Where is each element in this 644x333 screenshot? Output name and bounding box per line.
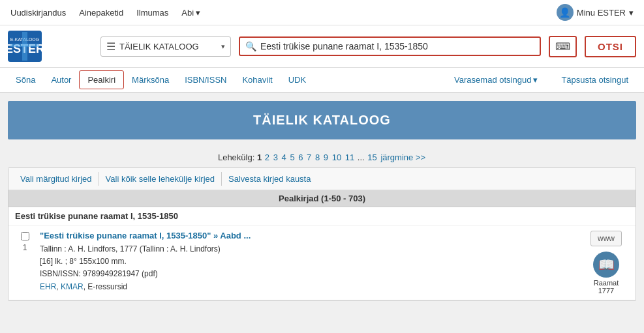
pagination-page-10[interactable]: 10 [332, 152, 341, 162]
chevron-down-icon: ▾ [533, 75, 538, 85]
search-input[interactable] [260, 41, 534, 51]
pagination-next[interactable]: järgmine >> [380, 152, 425, 162]
user-icon: 👤 [559, 7, 570, 18]
pagination-page-6[interactable]: 6 [298, 152, 303, 162]
otsi-button[interactable]: OTSI [585, 36, 636, 57]
user-menu[interactable]: 👤 Minu ESTER ▾ [557, 4, 634, 21]
save-to-folder-link[interactable]: Salvesta kirjed kausta [222, 172, 317, 186]
pagination-page-5[interactable]: 5 [290, 152, 294, 162]
top-nav-links: Uudiskirjandus Ainepaketid Ilmumas Abi ▾ [10, 8, 200, 18]
nav-link-ainepaketid[interactable]: Ainepaketid [79, 8, 123, 18]
search-icon: 🔍 [245, 41, 256, 51]
result-meta: Tallinn : A. H. Lindfors, 1777 (Tallinn … [40, 243, 578, 293]
result-num: 1 [23, 243, 27, 252]
catalog-select-label: TÄIELIK KATALOOG [119, 42, 217, 51]
varasemad-otsingud-link[interactable]: Varasemad otsingud ▾ [446, 71, 545, 89]
select-marked-link[interactable]: Vali märgitud kirjed [14, 172, 99, 186]
search-type-autor[interactable]: Autor [43, 71, 79, 89]
pagination-page-4[interactable]: 4 [282, 152, 286, 162]
search-type-marksona[interactable]: Märksõna [124, 71, 177, 89]
pagination-page-7[interactable]: 7 [307, 152, 311, 162]
result-number-column: 1 [15, 231, 35, 252]
result-details: "Eesti trükise punane raamat I, 1535-185… [40, 231, 578, 293]
result-meta-line3: ISBN/ISSN: 9789949281947 (pdf) [40, 269, 158, 278]
catalog-banner-title: TÄIELIK KATALOOG [253, 113, 391, 127]
result-meta-line1: Tallinn : A. H. Lindfors, 1777 (Tallinn … [40, 244, 221, 253]
nav-link-abi[interactable]: Abi ▾ [181, 8, 200, 18]
book-icon[interactable]: 📖 [593, 252, 619, 278]
result-link-eressursid: E-ressursid [87, 282, 127, 291]
result-checkbox[interactable] [21, 232, 29, 240]
chevron-down-icon: ▾ [629, 8, 634, 18]
search-type-sona[interactable]: Sõna [8, 71, 43, 89]
www-button[interactable]: www [590, 231, 622, 246]
pagination-page-11[interactable]: 11 [345, 152, 354, 162]
catalog-banner: TÄIELIK KATALOOG [8, 101, 636, 139]
main-content: TÄIELIK KATALOOG Lehekülg: 1 2 3 4 5 6 7… [0, 101, 644, 301]
pagination-current: 1 [257, 152, 262, 162]
search-type-udk[interactable]: UDK [281, 71, 314, 89]
nav-link-uudiskirjandus[interactable]: Uudiskirjandus [10, 8, 66, 18]
results-header-label: Pealkirjad (1-50 - 703) [279, 194, 365, 203]
pagination-page-3[interactable]: 3 [273, 152, 278, 162]
pagination-ellipsis: ... [358, 152, 365, 162]
nav-link-ilmumas[interactable]: Ilmumas [136, 8, 168, 18]
avatar: 👤 [557, 4, 574, 21]
search-bar: 🔍 [239, 36, 541, 56]
results-actions: Vali märgitud kirjed Vali kõik selle leh… [8, 168, 636, 190]
pagination-page-8[interactable]: 8 [315, 152, 320, 162]
book-label: Raamat 1777 [594, 279, 619, 295]
ester-logo-icon: E-KATALOOG ESTER [8, 31, 42, 62]
pagination-page-2[interactable]: 2 [265, 152, 269, 162]
search-type-kohaviit[interactable]: Kohaviit [234, 71, 280, 89]
svg-rect-4 [22, 32, 27, 61]
result-icons: www 📖 Raamat 1777 [583, 231, 629, 295]
chevron-down-icon: ▾ [196, 8, 200, 18]
keyboard-button[interactable]: ⌨ [549, 36, 577, 57]
catalog-select[interactable]: ☰ TÄIELIK KATALOOG ▾ [100, 36, 231, 57]
search-type-right: Varasemad otsingud ▾ Täpsusta otsingut [446, 71, 636, 89]
top-navigation: Uudiskirjandus Ainepaketid Ilmumas Abi ▾… [0, 0, 644, 25]
book-symbol: 📖 [598, 257, 615, 272]
pagination-label: Lehekülg: [218, 152, 254, 162]
chevron-down-icon: ▾ [221, 42, 225, 51]
search-type-isbn[interactable]: ISBN/ISSN [177, 71, 234, 89]
tapsusta-otsingut-link[interactable]: Täpsusta otsingut [553, 71, 636, 89]
book-icon-wrap: 📖 Raamat 1777 [593, 252, 619, 295]
pagination-last[interactable]: 15 [367, 152, 376, 162]
pagination-page-9[interactable]: 9 [324, 152, 328, 162]
results-query: Eesti trükise punane raamat I, 1535-1850 [8, 207, 636, 225]
results-header: Pealkirjad (1-50 - 703) [8, 190, 636, 207]
result-link-kmar[interactable]: KMAR [61, 282, 84, 291]
header: E-KATALOOG ESTER ☰ TÄIELIK KATALOOG ▾ 🔍 … [0, 25, 644, 68]
menu-icon: ☰ [106, 40, 115, 53]
result-title-link[interactable]: "Eesti trükise punane raamat I, 1535-185… [40, 231, 578, 240]
table-row: 1 "Eesti trükise punane raamat I, 1535-1… [8, 225, 636, 300]
search-type-pealkiri[interactable]: Pealkiri [79, 70, 124, 89]
search-type-navigation: Sõna Autor Pealkiri Märksõna ISBN/ISSN K… [0, 68, 644, 93]
logo: E-KATALOOG ESTER [8, 31, 93, 62]
result-meta-line2: [16] lk. ; 8° 155x100 mm. [40, 257, 127, 266]
results-panel: Vali märgitud kirjed Vali kõik selle leh… [8, 167, 636, 301]
select-all-link[interactable]: Vali kõik selle lehekülje kirjed [99, 172, 222, 186]
result-link-ehr[interactable]: EHR [40, 282, 56, 291]
results-query-text: Eesti trükise punane raamat I, 1535-1850 [15, 211, 178, 221]
user-menu-label: Minu ESTER [577, 8, 626, 18]
pagination: Lehekülg: 1 2 3 4 5 6 7 8 9 10 11 ... 15… [0, 147, 644, 167]
